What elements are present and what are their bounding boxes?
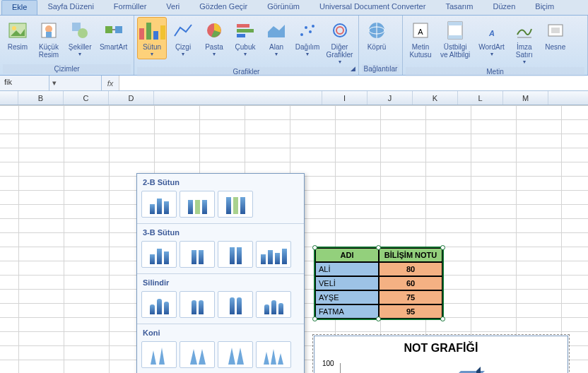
wordart-icon: A xyxy=(481,19,503,42)
smartart-button[interactable]: SmartArt xyxy=(96,17,131,53)
chart-type-cylinder-3d[interactable] xyxy=(256,291,291,318)
other-charts-button[interactable]: Diğer Grafikler▾ xyxy=(324,17,355,67)
chart-title[interactable]: NOT GRAFİĞİ xyxy=(314,336,568,360)
svg-point-19 xyxy=(336,27,343,34)
table-cell[interactable]: 75 xyxy=(379,290,442,304)
line-chart-button[interactable]: Çizgi▾ xyxy=(168,17,198,59)
group-label-text: Metin xyxy=(406,67,584,76)
chart-type-column-3d[interactable] xyxy=(256,241,291,268)
worksheet[interactable]: 2-B Sütun 3-B Sütun Silindir xyxy=(0,105,588,373)
headerfooter-button[interactable]: Üstbilgi ve Altbilgi xyxy=(437,17,474,61)
tab-gozden-gecir[interactable]: Gözden Geçir xyxy=(189,0,257,15)
data-table[interactable]: ADIBİLİŞİM NOTU ALİ80 VELİ60 AYŞE75 FATM… xyxy=(314,247,444,320)
svg-point-18 xyxy=(334,24,346,37)
tab-udc[interactable]: Universal Document Converter xyxy=(310,0,435,15)
scatter-chart-button[interactable]: Dağılım▾ xyxy=(293,17,322,59)
col-header[interactable]: C xyxy=(64,91,109,105)
svg-point-16 xyxy=(309,30,312,33)
ribbon: Resim Küçük Resim Şekiller▾ SmartArt Çiz… xyxy=(0,16,588,76)
col-header[interactable]: I xyxy=(322,91,368,105)
formula-input[interactable] xyxy=(119,76,588,90)
svg-marker-34 xyxy=(190,349,197,365)
table-cell[interactable]: VELİ xyxy=(315,276,379,290)
chart-type-stacked-column-3d[interactable] xyxy=(180,241,215,268)
tab-duzen[interactable]: Düzen xyxy=(483,0,526,15)
picture-icon xyxy=(6,19,29,42)
svg-rect-11 xyxy=(237,24,249,28)
chart-type-cone-3d[interactable] xyxy=(256,341,291,368)
chart-type-100-stacked-cylinder[interactable] xyxy=(218,291,253,318)
bar-chart-button[interactable]: Çubuk▾ xyxy=(230,17,260,59)
col-header[interactable] xyxy=(154,91,322,105)
table-cell[interactable]: AYŞE xyxy=(315,290,379,304)
column-chart-button[interactable]: Sütun▾ xyxy=(137,17,167,59)
name-box[interactable]: fik xyxy=(0,76,49,90)
shapes-button[interactable]: Şekiller▾ xyxy=(65,17,95,59)
headerfooter-icon xyxy=(444,19,466,42)
tab-bicim[interactable]: Biçim xyxy=(525,0,564,15)
wordart-button[interactable]: AWordArt▾ xyxy=(475,17,508,59)
chart-type-clustered-cone[interactable] xyxy=(141,341,177,368)
svg-rect-12 xyxy=(237,29,254,32)
chart-type-100-stacked-column-3d[interactable] xyxy=(218,241,253,268)
chart-plot-area[interactable]: 100 50 0 ALİVELİAYŞEFATMA xyxy=(340,363,495,373)
tab-sayfa-duzeni[interactable]: Sayfa Düzeni xyxy=(37,0,103,15)
table-cell[interactable]: FATMA xyxy=(315,304,379,319)
svg-marker-35 xyxy=(199,349,206,365)
clipart-button[interactable]: Küçük Resim xyxy=(34,17,64,61)
group-label-illustrations: Çizimler xyxy=(3,64,131,73)
chart-type-100-stacked-column-2d[interactable] xyxy=(218,191,253,218)
ribbon-tabs: Ekle Sayfa Düzeni Formüller Veri Gözden … xyxy=(0,0,588,16)
chart-type-clustered-cylinder[interactable] xyxy=(141,291,177,318)
svg-marker-39 xyxy=(271,349,276,365)
tab-gorunum[interactable]: Görünüm xyxy=(257,0,310,15)
col-header[interactable]: L xyxy=(458,91,503,105)
signature-button[interactable]: İmza Satırı▾ xyxy=(510,17,539,67)
svg-point-3 xyxy=(45,25,52,32)
col-header[interactable]: B xyxy=(18,91,64,105)
chart-type-clustered-column-3d[interactable] xyxy=(141,241,177,268)
table-cell[interactable]: 80 xyxy=(379,262,442,276)
hyperlink-button[interactable]: Köprü xyxy=(362,17,392,53)
charts-dialog-launcher[interactable]: ◢ xyxy=(348,65,357,73)
pie-chart-button[interactable]: Pasta▾ xyxy=(199,17,229,59)
object-button[interactable]: Nesne xyxy=(541,17,570,53)
dd-section-title: 2-B Sütun xyxy=(141,175,300,189)
svg-text:A: A xyxy=(418,28,423,36)
chart-type-stacked-cylinder[interactable] xyxy=(180,291,215,318)
col-header[interactable]: D xyxy=(109,91,154,105)
svg-point-1 xyxy=(12,26,16,30)
hyperlink-icon xyxy=(365,19,388,42)
col-header[interactable]: M xyxy=(503,91,548,105)
chart-type-100-stacked-cone[interactable] xyxy=(218,341,253,368)
area-chart-button[interactable]: Alan▾ xyxy=(261,17,291,59)
table-cell[interactable]: ALİ xyxy=(315,262,379,276)
formula-bar: fik ▾ fx xyxy=(0,76,588,91)
select-all[interactable] xyxy=(0,91,18,105)
svg-rect-8 xyxy=(115,26,122,33)
tab-tasarim[interactable]: Tasarım xyxy=(435,0,483,15)
chart-type-stacked-cone[interactable] xyxy=(180,341,215,368)
tab-formuller[interactable]: Formüller xyxy=(104,0,156,15)
chart-type-clustered-column-2d[interactable] xyxy=(141,191,177,218)
chart-type-stacked-column-2d[interactable] xyxy=(180,191,215,218)
svg-text:A: A xyxy=(488,29,495,37)
column-chart-icon xyxy=(141,19,163,42)
col-header[interactable]: K xyxy=(413,91,458,105)
fx-icon[interactable]: fx xyxy=(102,79,119,88)
col-header[interactable]: J xyxy=(368,91,413,105)
embedded-chart[interactable]: NOT GRAFİĞİ 100 50 0 ALİVELİAYŞEFATMA Bİ… xyxy=(314,336,568,373)
tab-ekle[interactable]: Ekle xyxy=(1,0,37,15)
column-chart-dropdown: 2-B Sütun 3-B Sütun Silindir xyxy=(136,173,305,373)
svg-marker-38 xyxy=(264,352,269,365)
picture-button[interactable]: Resim xyxy=(3,17,33,53)
svg-rect-13 xyxy=(237,34,245,37)
table-cell[interactable]: 60 xyxy=(379,276,442,290)
dd-section-title: 3-B Sütun xyxy=(141,225,300,239)
svg-rect-4 xyxy=(46,32,52,37)
textbox-button[interactable]: AMetin Kutusu xyxy=(406,17,435,61)
svg-point-17 xyxy=(312,25,314,28)
other-charts-icon xyxy=(329,19,351,42)
tab-veri[interactable]: Veri xyxy=(156,0,189,15)
table-cell[interactable]: 95 xyxy=(379,304,442,319)
